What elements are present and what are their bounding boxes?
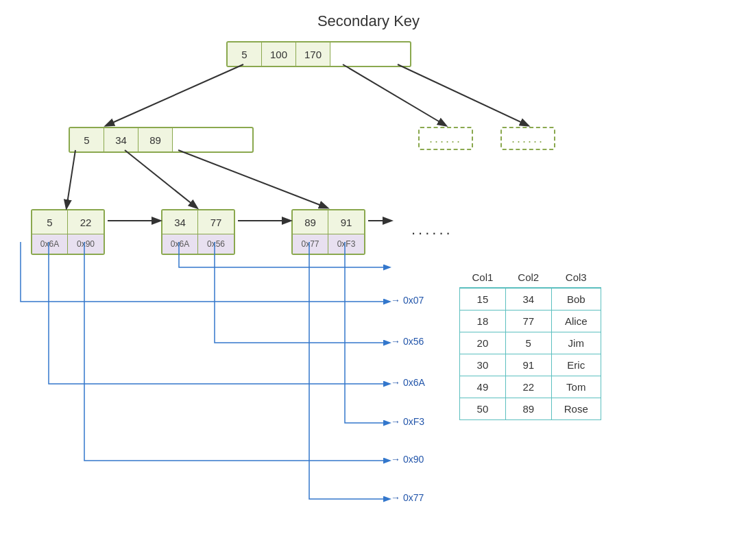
root-cell-3: 170 xyxy=(296,42,330,66)
leaf3-key2: 91 xyxy=(328,210,364,234)
leaf3-key1: 89 xyxy=(293,210,328,234)
dashed-node-2: ...... xyxy=(500,127,555,150)
table-cell-r0-c2: Bob xyxy=(551,288,601,311)
leaf1-ptr2: 0x90 xyxy=(68,234,104,254)
dots-label: ...... xyxy=(411,221,453,239)
leaf2-key1: 34 xyxy=(162,210,198,234)
table-cell-r0-c1: 34 xyxy=(505,288,551,311)
col2-header: Col2 xyxy=(505,267,551,288)
svg-line-5 xyxy=(178,150,327,208)
table-cell-r4-c1: 22 xyxy=(505,376,551,398)
addr-0x6A: → 0x6A xyxy=(391,377,425,388)
addr-0x77: → 0x77 xyxy=(391,492,424,503)
internal-cell-1: 5 xyxy=(70,128,104,151)
table-cell-r2-c2: Jim xyxy=(551,332,601,354)
addr-0x56: → 0x56 xyxy=(391,336,424,347)
table-cell-r4-c2: Tom xyxy=(551,376,601,398)
page-title: Secondary Key xyxy=(0,12,737,30)
addr-0xF3: → 0xF3 xyxy=(391,416,424,427)
internal-cell-3: 89 xyxy=(138,128,173,151)
table-cell-r4-c0: 49 xyxy=(460,376,506,398)
table-cell-r1-c1: 77 xyxy=(505,311,551,332)
table-cell-r3-c2: Eric xyxy=(551,354,601,376)
addr-0x90: → 0x90 xyxy=(391,454,424,465)
dashed-node-1: ...... xyxy=(418,127,473,150)
col1-header: Col1 xyxy=(460,267,506,288)
root-node: 5 100 170 xyxy=(226,41,411,67)
table-cell-r2-c0: 20 xyxy=(460,332,506,354)
internal-cell-empty xyxy=(173,128,207,151)
leaf2-ptr1: 0x6A xyxy=(162,234,198,254)
table-cell-r3-c1: 91 xyxy=(505,354,551,376)
data-table: Col1 Col2 Col3 1534Bob1877Alice205Jim309… xyxy=(459,267,601,420)
leaf3-ptr1: 0x77 xyxy=(293,234,328,254)
svg-line-4 xyxy=(125,150,197,208)
leaf2-key2: 77 xyxy=(198,210,234,234)
leaf-node-3: 89 91 0x77 0xF3 xyxy=(291,209,365,255)
leaf1-key1: 5 xyxy=(32,210,68,234)
svg-line-3 xyxy=(67,150,75,208)
root-cell-empty xyxy=(330,42,365,66)
leaf2-ptr2: 0x56 xyxy=(198,234,234,254)
table-cell-r5-c2: Rose xyxy=(551,398,601,420)
leaf1-ptr1: 0x6A xyxy=(32,234,68,254)
table-cell-r1-c0: 18 xyxy=(460,311,506,332)
root-cell-1: 5 xyxy=(228,42,262,66)
svg-line-1 xyxy=(343,64,446,125)
root-cell-2: 100 xyxy=(262,42,296,66)
table-cell-r2-c1: 5 xyxy=(505,332,551,354)
internal-cell-2: 34 xyxy=(104,128,138,151)
svg-line-0 xyxy=(106,64,243,125)
leaf3-ptr2: 0xF3 xyxy=(328,234,364,254)
addr-0x07: → 0x07 xyxy=(391,295,424,306)
arrows-svg xyxy=(0,0,737,560)
svg-line-2 xyxy=(398,64,528,125)
internal-node: 5 34 89 xyxy=(69,127,254,153)
leaf1-key2: 22 xyxy=(68,210,104,234)
table-cell-r5-c1: 89 xyxy=(505,398,551,420)
table-cell-r5-c0: 50 xyxy=(460,398,506,420)
col3-header: Col3 xyxy=(551,267,601,288)
table-cell-r1-c2: Alice xyxy=(551,311,601,332)
table-cell-r0-c0: 15 xyxy=(460,288,506,311)
leaf-node-2: 34 77 0x6A 0x56 xyxy=(161,209,235,255)
leaf-node-1: 5 22 0x6A 0x90 xyxy=(31,209,105,255)
table-cell-r3-c0: 30 xyxy=(460,354,506,376)
